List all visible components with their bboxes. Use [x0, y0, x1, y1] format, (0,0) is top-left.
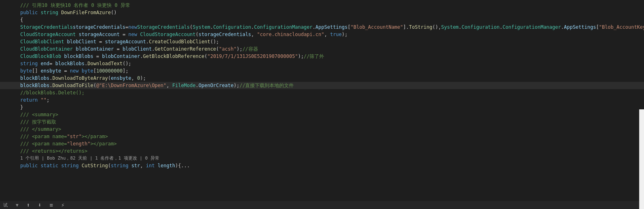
code-line: /// <param name="length"></param>: [0, 140, 644, 147]
code-scroll-area[interactable]: /// 引用10 块更快10 名作者 0 块更快 0 异常 public str…: [0, 0, 644, 201]
editor-status[interactable]: 试 ▼ ⬆ ⬇ ≡ ⚡: [3, 202, 644, 208]
code-line: /// </summary>: [0, 126, 644, 133]
code-line: string end= blockBlobs.DownloadText();: [0, 60, 644, 67]
code-line: CloudBlobContainer blobContainer = blobC…: [0, 45, 644, 53]
code-line: /// <returns></returns>: [0, 147, 644, 155]
code-content: /// 引用10 块更快10 名作者 0 块更快 0 异常 public str…: [0, 0, 644, 171]
code-line: }: [0, 104, 644, 111]
code-line: /// <param name="str"></param>: [0, 133, 644, 140]
code-line: public string DownFileFromAzure(): [0, 9, 644, 16]
code-line: blockBlobs.DownloadToFile(@"E:\DownFromA…: [0, 82, 644, 89]
code-line: CloudStorageAccount storageAccount = new…: [0, 31, 644, 38]
editor-info-bar: 试 ▼ ⬆ ⬇ ≡ ⚡: [0, 201, 644, 209]
code-editor: /// 引用10 块更快10 名作者 0 块更快 0 异常 public str…: [0, 0, 644, 209]
code-line: /// <summary>: [0, 111, 644, 118]
code-line: StorageCredentials storageCredentials = …: [0, 23, 644, 31]
code-line: public static string CutString(string st…: [0, 162, 644, 169]
code-line: byte[] ensbyte = new byte[100000000];: [0, 67, 644, 75]
code-line: 1 个引用 | Bob Zhu，82 天前 | 1 名作者，1 项更改 | 0 …: [0, 155, 644, 162]
code-line: /// 按字节截取: [0, 118, 644, 126]
code-line: {: [0, 16, 644, 23]
code-line: //blockBlobs.Delete();: [0, 89, 644, 96]
code-line: CloudBlockBlob blockBlobs = blobContaine…: [0, 53, 644, 60]
code-line: /// 引用10 块更快10 名作者 0 块更快 0 异常: [0, 2, 644, 9]
code-line: return "";: [0, 96, 644, 104]
code-line: blockBlobs.DownloadToByteArray(ensbyte, …: [0, 75, 644, 82]
code-line: CloudBlobClient blobClient = storageAcco…: [0, 38, 644, 45]
